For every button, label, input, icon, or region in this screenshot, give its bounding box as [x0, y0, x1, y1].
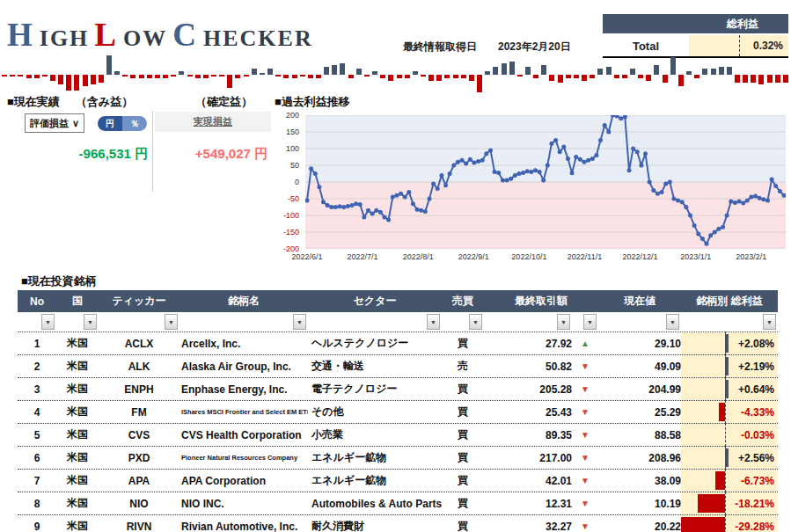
sparkline-bar — [727, 67, 732, 75]
profit-bar-cell — [681, 424, 730, 446]
cell-profit-pct: -18.21% — [730, 492, 778, 514]
app-title: H IGH L OW C HECKER — [7, 16, 313, 54]
sparkline-bar — [252, 69, 257, 75]
sparkline-bar — [122, 75, 128, 77]
filter-button[interactable]: ▼ — [165, 314, 178, 330]
sparkline-bar — [147, 75, 152, 78]
cell-current-price: 38.09 — [598, 475, 681, 487]
metric-dropdown[interactable]: 評価損益 ∨ — [25, 113, 84, 133]
cell-last-price: 12.31 — [484, 498, 572, 510]
filter-button[interactable]: ▼ — [293, 314, 306, 330]
sparkline-bar — [203, 75, 209, 78]
sparkline-bar — [413, 71, 418, 75]
realized-header[interactable]: 実現損益 — [155, 112, 271, 132]
holdings-table: No 国 ティッカー 銘柄名 セクター 売買 最終取引額 現在値 銘柄別 総利益… — [18, 290, 778, 532]
header-name: 銘柄名 — [179, 294, 308, 309]
y-tick-label: 50 — [290, 161, 299, 170]
profit-bar-cell — [681, 378, 730, 400]
table-row: 3 米国 ENPH Enphase Energy, Inc. 電子テクノロジー … — [18, 378, 778, 401]
filter-button[interactable]: ▼ — [469, 314, 482, 330]
app-title-segment: C — [172, 17, 198, 53]
sparkline-bar — [614, 75, 619, 78]
last-updated-value: 2023年2月20日 — [498, 40, 571, 55]
filter-button[interactable]: ▼ — [557, 314, 570, 330]
profit-bar-cell — [681, 401, 730, 423]
cell-sector: エネルギー鉱物 — [308, 450, 442, 465]
last-updated-label: 最終情報取得日 — [403, 40, 477, 55]
app-title-segment: IGH — [40, 26, 90, 51]
header-profit: 銘柄別 総利益 — [681, 294, 778, 309]
current-results-title: ■現在実績 — [7, 94, 60, 110]
header-no: No — [18, 295, 56, 308]
price-direction-icon: ▼ — [572, 361, 598, 371]
price-direction-icon: ▼ — [572, 430, 598, 440]
sparkline-bar — [517, 75, 523, 77]
cell-side: 買 — [442, 473, 484, 488]
cell-country: 米国 — [56, 450, 99, 465]
realized-caption: （確定益） — [195, 94, 253, 110]
sparkline-bar — [91, 75, 96, 84]
filter-button[interactable]: ▼ — [427, 314, 440, 330]
unrealized-caption: （含み益） — [76, 94, 133, 110]
y-tick-label: 200 — [286, 111, 299, 120]
holdings-title: ■現在投資銘柄 — [21, 273, 97, 289]
cell-ticker: FM — [99, 406, 179, 419]
cell-side: 買 — [442, 496, 484, 511]
cell-country: 米国 — [56, 473, 99, 488]
price-direction-icon: ▼ — [572, 476, 598, 485]
sparkline-bar — [83, 75, 88, 86]
sparkline-bar — [630, 69, 635, 75]
unit-toggle-percent[interactable]: ％ — [122, 116, 147, 131]
sparkline-bar — [114, 71, 120, 75]
sparkline-bar — [340, 63, 345, 75]
total-value: 0.32% — [689, 35, 788, 56]
table-row: 4 米国 FM iShares MSCI Frontier and Select… — [18, 401, 778, 424]
cell-ticker: CVS — [99, 429, 179, 441]
sparkline-bar — [405, 75, 410, 78]
cell-sector: 電子テクノロジー — [308, 382, 442, 397]
cell-sector: 交通・輸送 — [308, 359, 442, 374]
profit-bar — [725, 357, 729, 375]
sparkline-bar — [187, 75, 193, 77]
cell-last-price: 25.43 — [484, 406, 572, 419]
unit-toggle-yen[interactable]: 円 — [98, 116, 122, 131]
profit-line-chart-svg — [305, 115, 786, 249]
sparkline-bar — [42, 75, 48, 77]
cell-current-price: 29.10 — [598, 338, 681, 350]
profit-bar-cell — [681, 515, 730, 532]
profit-bar-cell — [681, 332, 730, 354]
cell-profit-pct: +2.56% — [730, 447, 778, 469]
profit-bar-cell — [681, 355, 730, 377]
cell-side: 買 — [442, 336, 484, 351]
filter-cell-no: ▼ — [18, 314, 56, 330]
cell-current-price: 204.99 — [598, 383, 681, 396]
sparkline-bar — [380, 75, 385, 78]
cell-profit-pct: -6.73% — [730, 470, 778, 492]
sparkline-bar — [219, 75, 224, 77]
x-tick-label: 2022/11/1 — [568, 252, 602, 261]
y-tick-label: 150 — [286, 128, 299, 136]
cell-current-price: 208.96 — [598, 452, 681, 464]
sparkline-bar — [356, 69, 362, 75]
sparkline-bar — [574, 75, 579, 78]
sparkline-bar — [493, 67, 498, 75]
cell-ticker: ACLX — [99, 338, 179, 350]
sparkline-bar — [509, 62, 515, 75]
x-tick-label: 2022/10/1 — [511, 252, 546, 261]
sparkline-bar — [364, 75, 370, 77]
filter-button[interactable]: ▼ — [666, 314, 679, 330]
table-row: 9 米国 RIVN Rivian Automotive, Inc. 耐久消費財 … — [18, 515, 778, 532]
filter-button[interactable]: ▼ — [84, 314, 97, 330]
filter-button[interactable]: ▼ — [763, 314, 776, 330]
filter-button[interactable]: ▼ — [41, 314, 55, 330]
filter-button[interactable]: ▼ — [583, 314, 597, 330]
filter-cell-sector: ▼ — [308, 314, 442, 330]
filter-cell-side: ▼ — [442, 314, 484, 330]
price-direction-icon: ▼ — [572, 453, 598, 463]
cell-name: Alaska Air Group, Inc. — [179, 361, 308, 373]
cell-profit-pct: -0.03% — [730, 424, 778, 446]
cell-name: Rivian Automotive, Inc. — [179, 521, 308, 532]
cell-profit-pct: +2.19% — [730, 355, 778, 377]
sparkline-bar — [163, 75, 168, 78]
cell-side: 売 — [442, 359, 484, 374]
